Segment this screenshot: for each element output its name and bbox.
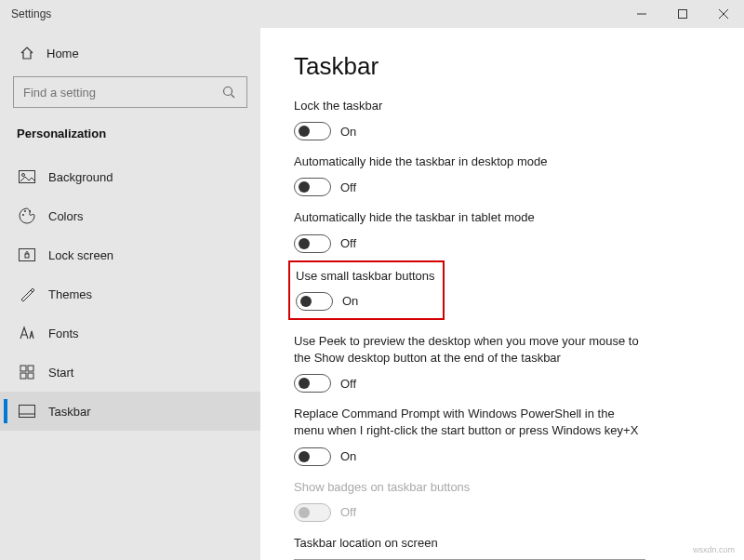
svg-rect-1 [679,10,687,19]
svg-point-4 [224,87,232,96]
svg-point-10 [29,210,31,212]
setting-autohide-tablet: Automatically hide the taskbar in tablet… [294,209,711,252]
setting-label: Automatically hide the taskbar in tablet… [294,209,647,226]
svg-rect-17 [20,406,35,418]
fonts-icon [19,325,35,341]
content-pane: Taskbar Lock the taskbar On Automaticall… [260,28,744,560]
toggle-state: Off [340,180,356,194]
window-title: Settings [11,7,51,20]
setting-label: Replace Command Prompt with Windows Powe… [294,406,647,439]
setting-location: Taskbar location on screen Bottom [294,535,711,560]
minimize-button[interactable] [621,0,662,28]
sidebar-item-label: Start [48,366,73,380]
setting-powershell: Replace Command Prompt with Windows Powe… [294,406,711,465]
sidebar: Home Personalization Background Colors L… [0,28,260,560]
sidebar-item-label: Fonts [48,327,79,340]
setting-label: Automatically hide the taskbar in deskto… [294,153,647,170]
titlebar: Settings [0,0,744,28]
toggle-autohide-desktop[interactable] [294,178,331,196]
home-label: Home [46,47,79,60]
sidebar-item-colors[interactable]: Colors [0,196,260,235]
sidebar-item-label: Themes [48,287,92,301]
svg-rect-14 [28,366,33,371]
svg-point-9 [24,210,26,212]
sidebar-item-taskbar[interactable]: Taskbar [0,392,260,431]
svg-line-5 [232,95,235,99]
svg-point-8 [22,214,24,216]
svg-point-7 [22,174,25,177]
home-icon [19,45,35,61]
svg-rect-15 [20,373,26,379]
toggle-state: On [340,125,356,139]
themes-icon [19,286,35,302]
palette-icon [19,207,35,224]
sidebar-item-label: Colors [48,209,84,223]
watermark: wsxdn.com [693,545,735,554]
setting-badges: Show badges on taskbar buttons Off [294,479,711,522]
toggle-autohide-tablet[interactable] [294,234,331,253]
svg-rect-12 [25,254,29,258]
setting-peek: Use Peek to preview the desktop when you… [294,333,711,393]
setting-label: Use Peek to preview the desktop when you… [294,333,647,367]
toggle-small-buttons[interactable] [296,292,333,311]
sidebar-item-themes[interactable]: Themes [0,274,260,313]
setting-lock-taskbar: Lock the taskbar On [294,98,711,140]
toggle-lock-taskbar[interactable] [294,122,331,140]
svg-rect-11 [20,249,35,261]
image-icon [19,168,35,185]
sidebar-item-fonts[interactable]: Fonts [0,313,260,353]
maximize-button[interactable] [662,0,703,28]
toggle-state: On [340,449,356,463]
sidebar-item-lockscreen[interactable]: Lock screen [0,235,260,274]
lockscreen-icon [19,247,35,263]
taskbar-icon [19,403,35,420]
close-button[interactable] [703,0,744,28]
setting-label: Taskbar location on screen [294,535,647,552]
search-field[interactable] [23,86,209,100]
search-icon [220,84,237,100]
toggle-state: Off [340,505,356,519]
page-title: Taskbar [294,52,711,81]
category-header: Personalization [0,121,260,157]
highlight-annotation: Use small taskbar buttons On [288,260,445,320]
toggle-state: Off [340,236,356,250]
toggle-powershell[interactable] [294,447,331,466]
sidebar-item-label: Background [48,170,113,184]
setting-label: Lock the taskbar [294,98,647,114]
sidebar-item-label: Taskbar [48,405,91,419]
svg-rect-13 [20,366,26,371]
sidebar-item-start[interactable]: Start [0,353,260,392]
toggle-state: On [342,294,358,308]
sidebar-item-label: Lock screen [48,248,113,262]
toggle-badges [294,503,331,522]
sidebar-item-background[interactable]: Background [0,157,260,196]
start-icon [19,364,35,380]
toggle-state: Off [340,377,356,391]
setting-label: Use small taskbar buttons [296,268,435,285]
toggle-peek[interactable] [294,374,331,393]
setting-label: Show badges on taskbar buttons [294,479,647,496]
svg-rect-16 [28,373,33,379]
setting-autohide-desktop: Automatically hide the taskbar in deskto… [294,153,711,196]
search-input[interactable] [13,76,247,108]
setting-small-buttons: Use small taskbar buttons On [296,268,435,311]
home-button[interactable]: Home [0,35,260,71]
